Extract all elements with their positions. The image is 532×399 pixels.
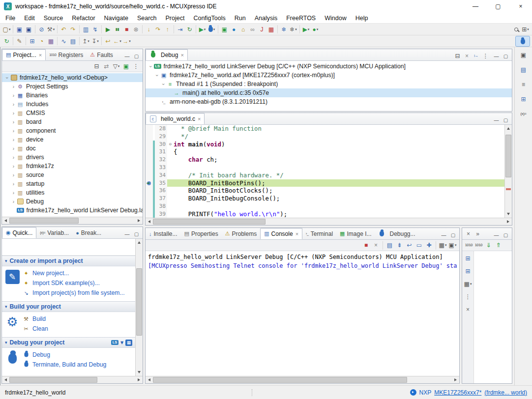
tab-close-icon[interactable]: ×: [296, 231, 298, 237]
filter-button[interactable]: ▽▾: [112, 62, 121, 71]
code-text[interactable]: char ch;: [174, 156, 504, 164]
remove-launch-button[interactable]: ×: [371, 241, 381, 250]
redo-button[interactable]: ↷: [68, 25, 78, 34]
editor-vscrollbar[interactable]: [504, 125, 512, 218]
dropdown-arrow-icon[interactable]: ▾: [120, 339, 123, 346]
project-tree-item-debug[interactable]: ›Debug: [2, 197, 143, 206]
project-tree-item-frdmke17z-hello-world-linkserver-debug-lau[interactable]: LSfrdmke17z_hello_world LinkServer Debug…: [2, 206, 143, 215]
run-last-button[interactable]: ▶▾: [301, 25, 311, 34]
project-tree-item-source[interactable]: ›▥source: [2, 171, 143, 179]
previous-annotation-button[interactable]: ↥▾: [81, 36, 90, 46]
project-tree-item-startup[interactable]: ›▥startup: [2, 179, 143, 188]
code-line-29[interactable]: 29 */: [146, 133, 504, 141]
debug-tree-row-3[interactable]: →main() at hello_world.c:35 0x57e: [146, 88, 512, 97]
show-more-tabs-button[interactable]: »: [473, 229, 482, 238]
scroll-up-icon[interactable]: [136, 239, 143, 246]
code-line-34[interactable]: 34 /* Init board hardware. */: [146, 171, 504, 179]
line-annotation-ruler[interactable]: [146, 171, 153, 179]
collapse-all-button[interactable]: ⊟: [453, 51, 462, 60]
view-menu-button[interactable]: ⋮: [481, 51, 490, 60]
tab-faults[interactable]: ⚠Faults: [87, 49, 117, 60]
code-line-36[interactable]: 36 BOARD_InitBootClocks();: [146, 187, 504, 195]
scroll-up-icon[interactable]: [505, 125, 512, 132]
line-number[interactable]: 35: [155, 179, 167, 187]
maximize-view-button[interactable]: ▢: [502, 116, 510, 124]
project-link[interactable]: (frdmke... world): [484, 389, 527, 396]
tab-variab[interactable]: (x)=Variab...: [36, 227, 72, 238]
back-button[interactable]: ←▾: [113, 36, 122, 46]
add-memory-monitor-button[interactable]: ⊞: [463, 254, 473, 263]
line-number[interactable]: 38: [155, 202, 167, 210]
line-annotation-ruler[interactable]: [146, 148, 153, 156]
line-annotation-ruler[interactable]: [146, 195, 153, 202]
expand-arrow-icon[interactable]: ›: [148, 63, 153, 70]
tab-close-icon[interactable]: ×: [180, 52, 183, 58]
project-tree-item-doc[interactable]: ›▥doc: [2, 144, 143, 153]
refresh-button[interactable]: ↻: [2, 36, 11, 46]
save-button[interactable]: ▣: [15, 25, 24, 34]
code-line-32[interactable]: 32 char ch;: [146, 156, 504, 164]
fold-marker-icon[interactable]: ⊖: [167, 141, 174, 148]
menu-window[interactable]: Window: [320, 14, 351, 23]
jlink-grid-button[interactable]: ▦: [266, 25, 276, 34]
expand-arrow-icon[interactable]: ›: [10, 155, 17, 160]
expand-arrow-icon[interactable]: ›: [10, 119, 17, 125]
code-text[interactable]: {: [174, 148, 504, 156]
tab-image-i[interactable]: ▦Image I...: [336, 228, 375, 239]
tab-quick[interactable]: ◉Quick...: [2, 227, 36, 238]
scroll-right-icon[interactable]: [135, 217, 143, 225]
linkserver-select-button[interactable]: LS: [111, 340, 118, 345]
expand-arrow-icon[interactable]: ›: [10, 146, 17, 151]
quickstart-link-build[interactable]: ⚒Build: [23, 314, 134, 324]
quickstart-link-terminate-build-and-debug[interactable]: Terminate, Build and Debug: [23, 360, 134, 370]
menu-freertos[interactable]: FreeRTOS: [282, 14, 320, 23]
resume-button[interactable]: ▶: [103, 25, 113, 34]
link-server-button[interactable]: ∞: [248, 25, 257, 34]
tab-close-icon[interactable]: ×: [39, 52, 42, 58]
maximize-view-button[interactable]: ▢: [502, 52, 510, 60]
bin-display-button[interactable]: 1010: [474, 241, 483, 250]
scroll-right-icon[interactable]: [135, 376, 143, 384]
line-number[interactable]: 33: [155, 164, 167, 171]
open-perspective-button[interactable]: ⊞▾: [521, 25, 530, 34]
scroll-thumb[interactable]: [153, 377, 407, 383]
project-tree-item-utilities[interactable]: ›▥utilities: [2, 188, 143, 197]
clear-console-button[interactable]: ▭: [414, 241, 424, 250]
analysis-button[interactable]: ❄: [279, 25, 289, 34]
tab-problems[interactable]: ⚠Problems: [222, 228, 261, 239]
word-wrap-button[interactable]: ↩: [405, 241, 414, 250]
scroll-track[interactable]: [9, 376, 135, 383]
scroll-track[interactable]: [153, 376, 452, 383]
code-line-28[interactable]: 28 * @brief Main function: [146, 125, 504, 133]
instruction-stepping-button[interactable]: ⇥: [176, 25, 185, 34]
scroll-down-icon[interactable]: [136, 369, 143, 376]
expand-arrow-icon[interactable]: ›: [10, 128, 17, 134]
maximize-view-button[interactable]: ▢: [132, 52, 141, 60]
scroll-thumb[interactable]: [136, 268, 142, 336]
import-memory-button[interactable]: ⇓: [484, 241, 493, 250]
close-button[interactable]: ×: [509, 0, 532, 13]
home-button[interactable]: ⌂: [238, 25, 248, 34]
menu-refactor[interactable]: Refactor: [67, 14, 99, 23]
working-sets-button[interactable]: ▣: [121, 62, 131, 71]
tab-break[interactable]: ●Break...: [72, 227, 105, 238]
menu-search[interactable]: Search: [133, 14, 161, 23]
scroll-left-icon[interactable]: [2, 217, 9, 225]
line-number[interactable]: 31: [155, 148, 167, 156]
code-text[interactable]: BOARD_InitBootClocks();: [174, 187, 504, 195]
trace-button[interactable]: ∿: [59, 36, 68, 46]
debug-perspective-button[interactable]: [515, 36, 530, 47]
line-number[interactable]: 36: [155, 187, 167, 195]
code-text[interactable]: BOARD_InitBootPins();: [174, 179, 504, 187]
project-tree-item-cmsis[interactable]: ›▥CMSIS: [2, 109, 143, 117]
tab-project[interactable]: ▤Project...×: [2, 49, 46, 60]
expand-arrow-icon[interactable]: ›: [161, 81, 166, 87]
nxp-link[interactable]: NXP: [419, 389, 432, 396]
welcome-button[interactable]: ●: [229, 25, 238, 34]
minimize-button[interactable]: —: [464, 0, 487, 13]
tab-installe[interactable]: ↓Installe...: [146, 228, 181, 239]
analysis-config-button[interactable]: ❄▾: [289, 25, 298, 34]
project-tree-item-frdmke17z-hello-world-debug[interactable]: ›frdmke17z_hello_world <Debug>: [2, 73, 143, 82]
project-tree-item-binaries[interactable]: ›▦Binaries: [2, 91, 143, 100]
expand-arrow-icon[interactable]: ›: [10, 102, 17, 107]
